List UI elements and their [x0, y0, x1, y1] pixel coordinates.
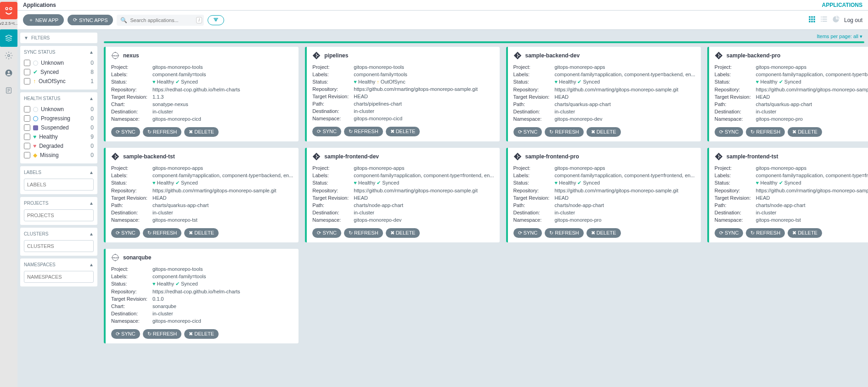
- sync-button[interactable]: ⟳ SYNC: [312, 228, 341, 238]
- delete-button[interactable]: ✖ DELETE: [184, 127, 219, 137]
- app-card[interactable]: pipelines Project:gitops-monorepo-toolsL…: [305, 47, 499, 141]
- filter-row[interactable]: ♥ Degraded 0: [24, 141, 94, 151]
- svg-rect-25: [821, 19, 822, 20]
- nav-user-icon[interactable]: [0, 64, 17, 82]
- filter-row[interactable]: Suspended 0: [24, 123, 94, 132]
- refresh-button[interactable]: ↻ REFRESH: [545, 228, 584, 238]
- sync-button[interactable]: ⟳ SYNC: [513, 127, 542, 137]
- logout-link[interactable]: Log out: [844, 17, 862, 23]
- refresh-button[interactable]: ↻ REFRESH: [344, 127, 383, 136]
- namespaces-input[interactable]: [24, 271, 94, 283]
- filter-row[interactable]: ↑ OutOfSync 1: [24, 77, 94, 86]
- chevron-up-icon[interactable]: ▲: [89, 262, 94, 267]
- projects-input[interactable]: [24, 209, 94, 221]
- field-value: https://redhat-cop.github.io/helm-charts: [152, 289, 293, 294]
- app-card[interactable]: sample-frontend-pro Project:gitops-monor…: [506, 148, 701, 242]
- chevron-up-icon[interactable]: ▲: [89, 96, 94, 101]
- filter-checkbox[interactable]: [24, 115, 30, 122]
- sync-button[interactable]: ⟳ SYNC: [312, 127, 341, 136]
- refresh-button[interactable]: ↻ REFRESH: [143, 127, 182, 137]
- filter-row[interactable]: ◆ Missing 0: [24, 151, 94, 160]
- labels-input[interactable]: [24, 179, 94, 191]
- app-type-icon: HELM: [111, 51, 119, 60]
- sync-button[interactable]: ⟳ SYNC: [715, 228, 744, 238]
- nav-applications-icon[interactable]: [0, 29, 17, 47]
- health-icon: ♥: [555, 79, 558, 84]
- new-app-button[interactable]: ＋ NEW APP: [23, 14, 64, 26]
- refresh-button[interactable]: ↻ REFRESH: [746, 228, 785, 238]
- app-card[interactable]: sample-backend-dev Project:gitops-monore…: [506, 47, 701, 141]
- sync-button[interactable]: ⟳ SYNC: [111, 329, 140, 339]
- search-input[interactable]: [130, 17, 193, 23]
- sync-apps-button[interactable]: ⟳ SYNC APPS: [68, 15, 113, 25]
- app-card[interactable]: sample-frontend-tst Project:gitops-monor…: [707, 148, 868, 242]
- delete-button[interactable]: ✖ DELETE: [184, 329, 219, 339]
- sync-button[interactable]: ⟳ SYNC: [111, 127, 140, 137]
- app-card[interactable]: sample-backend-pro Project:gitops-monore…: [707, 47, 868, 141]
- filter-checkbox[interactable]: [24, 143, 30, 149]
- filter-row[interactable]: ♥ Healthy 9: [24, 132, 94, 141]
- delete-button[interactable]: ✖ DELETE: [386, 228, 420, 238]
- sync-icon: ✔: [779, 180, 783, 186]
- health-icon: ♥: [152, 281, 156, 286]
- svg-rect-28: [823, 21, 827, 22]
- filter-pill[interactable]: [208, 15, 224, 25]
- refresh-button[interactable]: ↻ REFRESH: [746, 127, 785, 137]
- sync-button[interactable]: ⟳ SYNC: [111, 228, 140, 238]
- breadcrumb-link[interactable]: APPLICATIONS: [822, 2, 862, 8]
- filter-row[interactable]: ✔ Synced 8: [24, 67, 94, 77]
- delete-button[interactable]: ✖ DELETE: [788, 127, 822, 137]
- chevron-up-icon[interactable]: ▲: [89, 201, 94, 206]
- sync-button[interactable]: ⟳ SYNC: [513, 228, 542, 238]
- filter-label: Unknown: [41, 60, 64, 66]
- delete-button[interactable]: ✖ DELETE: [586, 127, 621, 137]
- view-pie-icon[interactable]: [832, 16, 840, 24]
- filter-checkbox[interactable]: [24, 60, 30, 66]
- field-label: Target Revision:: [312, 195, 354, 201]
- filter-sync-status: SYNC STATUS▲ Unknown 0 ✔ Synced 8 ↑ OutO…: [20, 46, 97, 90]
- delete-button[interactable]: ✖ DELETE: [184, 228, 219, 238]
- clusters-input[interactable]: [24, 240, 94, 252]
- nav-settings-icon[interactable]: [0, 47, 17, 64]
- view-tiles-icon[interactable]: [808, 16, 816, 24]
- filter-row[interactable]: Unknown 0: [24, 105, 94, 114]
- field-label: Target Revision:: [111, 94, 152, 100]
- filter-checkbox[interactable]: [24, 134, 30, 140]
- nav-docs-icon[interactable]: [0, 82, 17, 99]
- items-per-page[interactable]: Items per page: all ▾: [104, 34, 864, 39]
- app-type-icon: [513, 51, 522, 60]
- chevron-up-icon[interactable]: ▲: [89, 50, 94, 55]
- filter-row[interactable]: Unknown 0: [24, 58, 94, 67]
- sync-button[interactable]: ⟳ SYNC: [715, 127, 744, 137]
- svg-rect-15: [811, 16, 812, 17]
- app-card[interactable]: HELM sonarqube Project:gitops-monorepo-t…: [104, 249, 299, 343]
- svg-rect-19: [813, 18, 815, 20]
- delete-button[interactable]: ✖ DELETE: [586, 228, 621, 238]
- refresh-button[interactable]: ↻ REFRESH: [344, 228, 383, 238]
- filter-checkbox[interactable]: [24, 124, 30, 131]
- app-card[interactable]: sample-frontend-dev Project:gitops-monor…: [305, 148, 499, 242]
- status-icon: ◆: [33, 152, 37, 158]
- refresh-button[interactable]: ↻ REFRESH: [545, 127, 584, 137]
- app-card[interactable]: sample-backend-tst Project:gitops-monore…: [104, 148, 299, 242]
- filter-checkbox[interactable]: [24, 152, 30, 158]
- delete-button[interactable]: ✖ DELETE: [788, 228, 822, 238]
- filter-row[interactable]: Progressing 0: [24, 114, 94, 123]
- app-card[interactable]: HELM nexus Project:gitops-monorepo-tools…: [104, 47, 299, 141]
- refresh-button[interactable]: ↻ REFRESH: [143, 228, 182, 238]
- field-label: Target Revision:: [513, 94, 555, 100]
- field-value: ♥ Healthy ✔ Synced: [152, 79, 293, 85]
- field-value: ♥ Healthy ✔ Synced: [152, 180, 293, 186]
- filter-checkbox[interactable]: [24, 69, 30, 75]
- field-value: ♥ Healthy ✔ Synced: [756, 180, 868, 186]
- filter-checkbox[interactable]: [24, 78, 30, 84]
- refresh-button[interactable]: ↻ REFRESH: [143, 329, 182, 339]
- filter-checkbox[interactable]: [24, 106, 30, 112]
- chevron-up-icon[interactable]: ▲: [89, 170, 94, 175]
- view-list-icon[interactable]: [820, 16, 828, 24]
- app-name: sonarqube: [123, 254, 151, 261]
- field-value: HEAD: [555, 195, 695, 201]
- delete-button[interactable]: ✖ DELETE: [386, 127, 420, 136]
- chevron-up-icon[interactable]: ▲: [89, 231, 94, 236]
- search-input-wrapper[interactable]: 🔍 /: [117, 15, 204, 26]
